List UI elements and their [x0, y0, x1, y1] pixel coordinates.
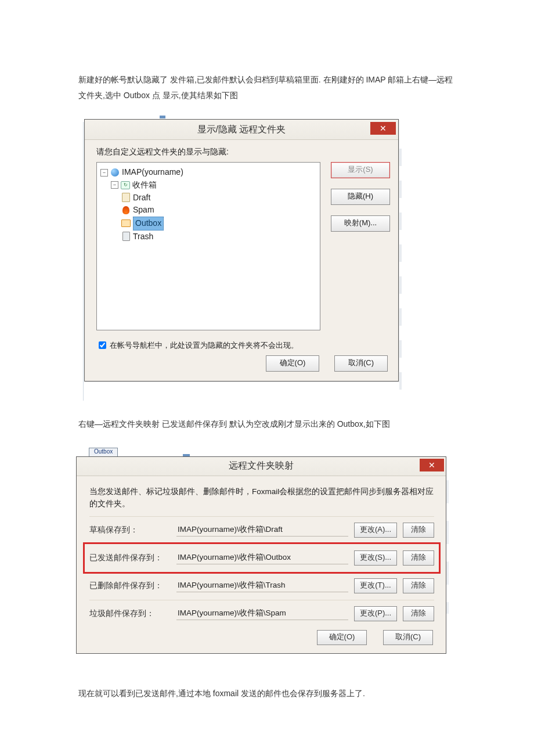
tree-trash-label: Trash — [133, 231, 153, 243]
cancel-button[interactable]: 取消(C) — [383, 630, 433, 645]
clear-button[interactable]: 清除 — [403, 578, 434, 593]
screenshot-folder-mapping-dialog: Outbox 远程文件夹映射 ✕ 当您发送邮件、标记垃圾邮件、删除邮件时，Fox… — [76, 448, 459, 654]
change-button[interactable]: 更改(S)... — [354, 550, 397, 566]
mapping-label: 已删除邮件保存到： — [89, 581, 176, 591]
dialog2-description: 当您发送邮件、标记垃圾邮件、删除邮件时，Foxmail会根据您的设置把邮件同步到… — [89, 485, 434, 510]
mapping-path: IMAP(yourname)\收件箱\Draft — [176, 523, 348, 537]
tree-outbox-label: Outbox — [133, 217, 164, 231]
inbox-icon: ↻ — [121, 181, 130, 190]
tree-node-outbox[interactable]: Outbox — [121, 217, 316, 231]
paragraph-2: 右键—远程文件夹映射 已发送邮件保存到 默认为空改成刚才显示出来的 Outbox… — [78, 416, 459, 432]
mapping-label: 草稿保存到： — [89, 525, 176, 535]
mapping-path: IMAP(yourname)\收件箱\Outbox — [176, 551, 348, 564]
change-button[interactable]: 更改(P)... — [354, 606, 397, 621]
hide-in-nav-checkbox-label: 在帐号导航栏中，此处设置为隐藏的文件夹将不会出现。 — [110, 340, 298, 351]
tree-inbox-label: 收件箱 — [132, 179, 157, 192]
tree-node-inbox[interactable]: − ↻ 收件箱 — [111, 179, 316, 192]
tree-spam-label: Spam — [133, 204, 154, 217]
paragraph-3: 现在就可以看到已发送邮件,通过本地 foxmail 发送的邮件也会保存到服务器上… — [78, 686, 459, 701]
dialog-title-text: 显示/隐藏 远程文件夹 — [197, 124, 286, 136]
flame-icon — [121, 206, 131, 215]
ok-button[interactable]: 确定(O) — [317, 630, 367, 645]
cancel-button[interactable]: 取消(C) — [334, 355, 388, 372]
trash-icon — [121, 232, 131, 241]
tree-root-label: IMAP(yourname) — [122, 166, 183, 179]
mapping-row: 已删除邮件保存到：IMAP(yourname)\收件箱\Trash更改(T)..… — [89, 572, 434, 600]
dialog2-title: 远程文件夹映射 ✕ — [77, 457, 446, 476]
tree-node-trash[interactable]: Trash — [121, 231, 316, 243]
hide-in-nav-checkbox[interactable]: 在帐号导航栏中，此处设置为隐藏的文件夹将不会出现。 — [96, 340, 390, 351]
screenshot-show-hide-dialog: 显示/隐藏 远程文件夹 ✕ 请您自定义远程文件夹的显示与隐藏: − IMAP(y… — [78, 119, 459, 381]
ok-button[interactable]: 确定(O) — [266, 355, 319, 372]
tree-draft-label: Draft — [133, 192, 150, 204]
dialog-show-hide-remote-folders: 显示/隐藏 远程文件夹 ✕ 请您自定义远程文件夹的显示与隐藏: − IMAP(y… — [84, 119, 399, 381]
dialog-title: 显示/隐藏 远程文件夹 ✕ — [85, 120, 398, 140]
collapse-icon[interactable]: − — [100, 169, 108, 177]
globe-icon — [110, 168, 120, 177]
clear-button[interactable]: 清除 — [403, 606, 434, 621]
mapping-row: 草稿保存到：IMAP(yourname)\收件箱\Draft更改(A)...清除 — [89, 516, 434, 544]
mapping-row: 已发送邮件保存到：IMAP(yourname)\收件箱\Outbox更改(S).… — [85, 544, 439, 572]
folder-tree[interactable]: − IMAP(yourname) − ↻ 收件箱 — [96, 162, 320, 330]
tree-node-draft[interactable]: Draft — [121, 192, 316, 204]
mapping-label: 垃圾邮件保存到： — [89, 609, 176, 619]
draft-icon — [121, 193, 131, 202]
dialog-remote-folder-mapping: 远程文件夹映射 ✕ 当您发送邮件、标记垃圾邮件、删除邮件时，Foxmail会根据… — [76, 456, 446, 654]
close-icon[interactable]: ✕ — [420, 459, 444, 471]
mapping-label: 已发送邮件保存到： — [89, 553, 176, 563]
hide-in-nav-checkbox-input[interactable] — [99, 341, 106, 349]
dialog-prompt: 请您自定义远程文件夹的显示与隐藏: — [96, 147, 390, 157]
mapping-path: IMAP(yourname)\收件箱\Spam — [176, 607, 348, 620]
mapping-path: IMAP(yourname)\收件箱\Trash — [176, 579, 348, 592]
clear-button[interactable]: 清除 — [403, 550, 434, 566]
tree-node-root[interactable]: − IMAP(yourname) — [100, 166, 316, 179]
outbox-icon — [121, 219, 131, 228]
tree-node-spam[interactable]: Spam — [121, 204, 316, 217]
change-button[interactable]: 更改(A)... — [354, 523, 397, 538]
hide-button[interactable]: 隐藏(H) — [331, 189, 390, 205]
mapping-row: 垃圾邮件保存到：IMAP(yourname)\收件箱\Spam更改(P)...清… — [89, 600, 434, 628]
dialog2-title-text: 远程文件夹映射 — [229, 460, 294, 472]
change-button[interactable]: 更改(T)... — [354, 578, 397, 593]
close-icon[interactable]: ✕ — [370, 122, 396, 135]
show-button[interactable]: 显示(S) — [331, 162, 390, 178]
map-button[interactable]: 映射(M)... — [331, 215, 390, 232]
collapse-icon[interactable]: − — [111, 181, 118, 189]
tab-outbox[interactable]: Outbox — [89, 448, 118, 456]
clear-button[interactable]: 清除 — [403, 523, 434, 538]
paragraph-1: 新建好的帐号默认隐藏了 发件箱,已发邮件默认会归档到草稿箱里面. 在刚建好的 I… — [78, 72, 459, 103]
